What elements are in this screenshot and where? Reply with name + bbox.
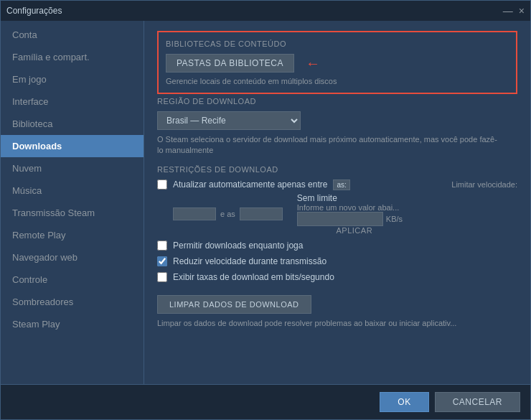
kb-row: KB/s [297,212,412,226]
auto-update-row: Atualizar automaticamente apenas entre a… [157,179,446,190]
sidebar-item-controle[interactable]: Controle [1,269,144,291]
restrictions-section: Restrições de download Atualizar automat… [157,165,517,329]
permitir-label: Permitir downloads enquanto joga [173,241,303,251]
region-description: O Steam seleciona o servidor de download… [157,134,502,157]
limit-speed-label: Limitar velocidade: [451,180,517,189]
titlebar: Configurações — × [1,1,530,21]
download-region-title: Região de download [157,97,517,106]
permitir-checkbox[interactable] [157,241,167,251]
exibir-label: Exibir taxas de download em bits/segundo [173,272,334,282]
time-to-input[interactable] [240,207,283,220]
sidebar-item-downloads[interactable]: Downloads [1,135,144,157]
permitir-row: Permitir downloads enquanto joga [157,241,517,251]
footer: OK CANCELAR [1,384,530,419]
library-btn-row: PASTAS DA BIBLIOTECA ← [166,54,509,73]
main-panel: Bibliotecas de conteúdo PASTAS DA BIBLIO… [144,21,530,384]
sidebar-item-biblioteca[interactable]: Biblioteca [1,113,144,135]
limpar-description: Limpar os dados de download pode resolve… [157,318,502,329]
limpar-button[interactable]: LIMPAR DADOS DE DOWNLOAD [157,295,311,314]
library-button[interactable]: PASTAS DA BIBLIOTECA [166,54,294,73]
sidebar-item-em-jogo[interactable]: Em jogo [1,68,144,90]
library-description: Gerencie locais de conteúdo em múltiplos… [166,77,509,85]
region-select-row: Brasil — Recife [157,111,517,130]
library-section: Bibliotecas de conteúdo PASTAS DA BIBLIO… [157,31,517,94]
titlebar-controls: — × [503,5,525,17]
e-as-label: e as [220,210,235,218]
restrictions-title: Restrições de download [157,165,517,174]
region-select[interactable]: Brasil — Recife [157,111,301,130]
download-region-section: Região de download Brasil — Recife O Ste… [157,97,517,157]
auto-update-checkbox[interactable] [157,179,167,190]
close-button[interactable]: × [519,5,525,17]
time-speed-row: e as Sem limite Informe um novo valor ab… [173,193,517,235]
kb-input[interactable] [297,212,383,226]
sidebar-item-steam-play[interactable]: Steam Play [1,313,144,335]
sidebar-item-remote-play[interactable]: Remote Play [1,224,144,246]
exibir-checkbox[interactable] [157,272,167,282]
sidebar-item-nuvem[interactable]: Nuvem [1,157,144,179]
sidebar-item-transmissao[interactable]: Transmissão Steam [1,202,144,224]
reduzir-label: Reduzir velocidade durante transmissão [173,256,326,266]
aplicar-button[interactable]: APLICAR [297,226,412,235]
time-from-input[interactable] [173,207,216,220]
kbs-label: KB/s [386,215,403,223]
sidebar-item-sombreadores[interactable]: Sombreadores [1,291,144,313]
reduzir-row: Reduzir velocidade durante transmissão [157,256,517,266]
sidebar-item-musica[interactable]: Música [1,179,144,202]
arrow-icon: ← [306,55,320,72]
settings-window: Configurações — × ContaFamília e compart… [0,0,531,420]
sidebar-item-familia[interactable]: Família e compart. [1,46,144,68]
library-section-title: Bibliotecas de conteúdo [166,39,509,48]
sidebar-item-conta[interactable]: Conta [1,24,144,46]
content-area: ContaFamília e compart.Em jogoInterfaceB… [1,21,530,384]
sidebar: ContaFamília e compart.Em jogoInterfaceB… [1,21,144,384]
cancel-button[interactable]: CANCELAR [435,392,520,412]
sidebar-item-interface[interactable]: Interface [1,90,144,113]
as-badge: as: [333,179,349,190]
ok-button[interactable]: OK [380,392,428,412]
informe-label: Informe um novo valor abai... [297,203,412,212]
speed-limit-panel: Sem limite Informe um novo valor abai...… [297,193,412,235]
reduzir-checkbox[interactable] [157,256,167,266]
sidebar-item-navegador[interactable]: Navegador web [1,246,144,269]
minimize-button[interactable]: — [503,5,513,17]
sem-limite-label: Sem limite [297,193,412,203]
window-title: Configurações [6,6,62,16]
auto-update-label: Atualizar automaticamente apenas entre [173,179,327,190]
exibir-row: Exibir taxas de download em bits/segundo [157,272,517,282]
